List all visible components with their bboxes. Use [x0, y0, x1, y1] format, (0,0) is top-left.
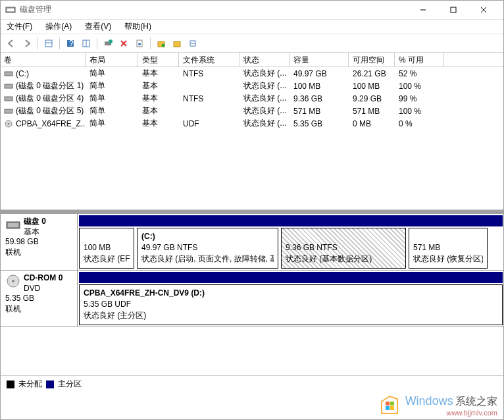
folder1-button[interactable] [154, 36, 168, 51]
cdrom-partition[interactable]: CPBA_X64FRE_ZH-CN_DV9 (D:) 5.35 GB UDF 状… [79, 284, 503, 325]
settings-button[interactable] [79, 36, 93, 51]
svg-rect-34 [390, 402, 394, 406]
table-row[interactable]: (C:)简单基本NTFS状态良好 (...49.97 GB26.21 GB52 … [0, 67, 504, 80]
toolbar: ? [0, 34, 504, 53]
cdrom-icon [5, 273, 21, 289]
menu-help[interactable]: 帮助(H) [122, 20, 154, 34]
cell-status: 状态良好 (... [239, 80, 290, 92]
grid-button[interactable] [186, 36, 200, 51]
watermark: Windows 系统之家 www.bjjmlv.com [371, 391, 504, 420]
volume-table: 卷 布局 类型 文件系统 状态 容量 可用空间 % 可用 (C:)简单基本NTF… [0, 53, 504, 210]
svg-rect-36 [390, 406, 394, 410]
cdrom-size: 5.35 GB [5, 294, 72, 304]
disk-0-size: 59.98 GB [5, 237, 72, 248]
cell-volume: (C:) [0, 68, 86, 79]
svg-rect-3 [451, 7, 456, 13]
cell-free: 571 MB [349, 106, 395, 117]
cdrom-part-status: 状态良好 (主分区) [84, 310, 498, 321]
legend-unallocated-label: 未分配 [18, 379, 42, 390]
partition-size: 571 MB [413, 242, 483, 253]
close-button[interactable] [468, 0, 499, 20]
cell-volume: CPBA_X64FRE_Z... [0, 118, 86, 129]
cell-layout: 简单 [86, 67, 138, 80]
disk-0-row: 磁盘 0 基本 59.98 GB 联机 100 MB状态良好 (EFI (C:)… [0, 214, 504, 271]
menu-file[interactable]: 文件(F) [4, 20, 35, 34]
disk-0-title: 磁盘 0 [24, 217, 46, 226]
svg-point-32 [12, 280, 14, 282]
cell-capacity: 571 MB [290, 106, 349, 117]
partition-size: 49.97 GB NTFS [141, 242, 274, 253]
disk-0-state: 联机 [5, 248, 72, 258]
col-fs[interactable]: 文件系统 [179, 53, 239, 66]
menu-bar: 文件(F) 操作(A) 查看(V) 帮助(H) [0, 20, 504, 34]
table-row[interactable]: (磁盘 0 磁盘分区 4)简单基本NTFS状态良好 (...9.36 GB9.2… [0, 92, 504, 105]
partition-box[interactable]: 9.36 GB NTFS状态良好 (基本数据分区) [281, 228, 406, 269]
legend-bar: 未分配 主分区 [0, 375, 504, 392]
svg-point-19 [162, 43, 165, 47]
table-row[interactable]: CPBA_X64FRE_Z...简单基本UDF状态良好 (...5.35 GB0… [0, 117, 504, 130]
disk-0-label[interactable]: 磁盘 0 基本 59.98 GB 联机 [0, 214, 78, 270]
col-volume[interactable]: 卷 [0, 53, 86, 66]
svg-point-13 [109, 39, 113, 43]
cell-layout: 简单 [86, 117, 138, 130]
svg-rect-23 [5, 72, 13, 76]
forward-button[interactable] [20, 36, 34, 51]
col-status[interactable]: 状态 [239, 53, 290, 66]
legend-primary-swatch [46, 381, 54, 388]
table-row[interactable]: (磁盘 0 磁盘分区 1)简单基本状态良好 (...100 MB100 MB10… [0, 80, 504, 92]
cell-status: 状态良好 (... [239, 92, 290, 105]
col-layout[interactable]: 布局 [86, 53, 138, 66]
cell-volume: (磁盘 0 磁盘分区 4) [0, 92, 86, 105]
cdrom-label[interactable]: CD-ROM 0 DVD 5.35 GB 联机 [0, 271, 78, 327]
col-free[interactable]: 可用空间 [349, 53, 395, 66]
table-row[interactable]: (磁盘 0 磁盘分区 5)简单基本状态良好 (...571 MB571 MB10… [0, 105, 504, 117]
svg-rect-35 [386, 406, 390, 410]
app-icon [5, 5, 16, 15]
partition-box[interactable]: 100 MB状态良好 (EFI [79, 228, 134, 269]
partition-box[interactable]: (C:)49.97 GB NTFS状态良好 (启动, 页面文件, 故障转储, 基 [137, 228, 278, 269]
cell-status: 状态良好 (... [239, 67, 290, 80]
svg-rect-30 [8, 223, 18, 227]
svg-rect-1 [7, 9, 14, 11]
cell-pct: 100 % [395, 81, 444, 92]
cell-capacity: 100 MB [290, 81, 349, 92]
menu-action[interactable]: 操作(A) [43, 20, 74, 34]
cell-free: 0 MB [349, 118, 395, 129]
help-button[interactable]: ? [63, 36, 78, 51]
cell-volume: (磁盘 0 磁盘分区 5) [0, 105, 86, 117]
properties-button[interactable] [132, 36, 147, 51]
view-top-button[interactable] [41, 36, 56, 51]
partition-box[interactable]: 571 MB状态良好 (恢复分区) [409, 228, 488, 269]
cell-type: 基本 [138, 67, 179, 80]
cell-pct: 100 % [395, 106, 444, 117]
table-body[interactable]: (C:)简单基本NTFS状态良好 (...49.97 GB26.21 GB52 … [0, 67, 504, 209]
col-capacity[interactable]: 容量 [290, 53, 349, 66]
back-button[interactable] [4, 36, 18, 51]
cell-layout: 简单 [86, 105, 138, 117]
cdrom-part-name: CPBA_X64FRE_ZH-CN_DV9 (D:) [84, 288, 498, 299]
svg-rect-24 [5, 84, 13, 88]
svg-rect-20 [174, 41, 180, 47]
svg-rect-6 [45, 40, 52, 47]
legend-primary-label: 主分区 [58, 379, 82, 390]
partition-name: (C:) [141, 231, 274, 242]
cell-type: 基本 [138, 80, 179, 92]
folder2-button[interactable] [170, 36, 184, 51]
menu-view[interactable]: 查看(V) [82, 20, 114, 34]
col-type[interactable]: 类型 [138, 53, 179, 66]
cell-volume: (磁盘 0 磁盘分区 1) [0, 80, 86, 92]
refresh-button[interactable] [101, 36, 115, 51]
cell-capacity: 9.36 GB [290, 93, 349, 104]
cell-fs [179, 111, 239, 112]
svg-point-17 [138, 43, 141, 45]
partition-status: 状态良好 (EFI [84, 253, 130, 265]
cell-free: 9.29 GB [349, 93, 395, 104]
table-header: 卷 布局 类型 文件系统 状态 容量 可用空间 % 可用 [0, 53, 504, 67]
maximize-button[interactable] [438, 0, 468, 20]
cell-pct: 52 % [395, 68, 444, 79]
minimize-button[interactable] [408, 0, 438, 20]
cell-layout: 简单 [86, 80, 138, 92]
col-pct[interactable]: % 可用 [395, 53, 444, 66]
delete-button[interactable] [116, 36, 131, 51]
cdrom-row: CD-ROM 0 DVD 5.35 GB 联机 CPBA_X64FRE_ZH-C… [0, 271, 504, 327]
